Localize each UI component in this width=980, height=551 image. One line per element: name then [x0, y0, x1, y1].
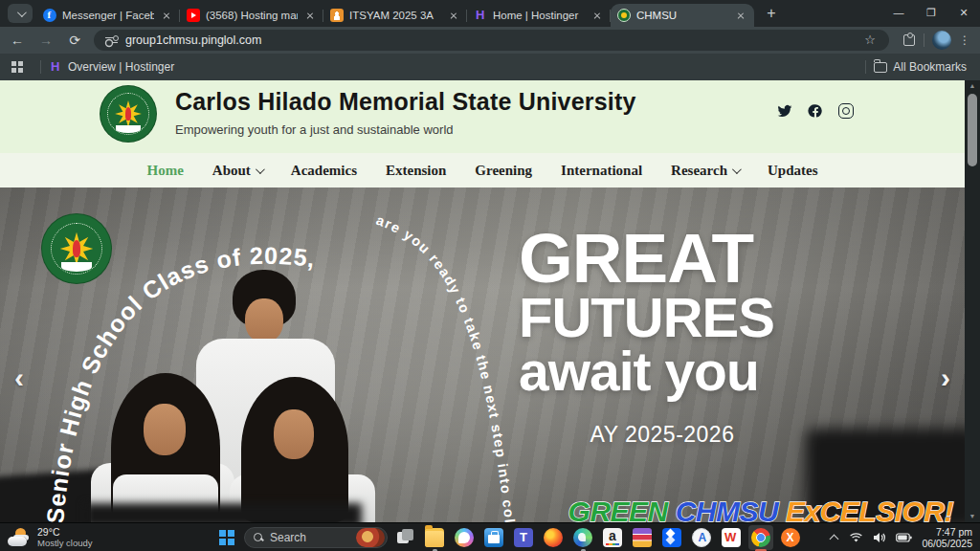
nav-research[interactable]: Research	[671, 163, 739, 179]
scroll-up-icon[interactable]: ▲	[965, 80, 980, 92]
url-input[interactable]	[125, 33, 862, 47]
tab-close-icon[interactable]	[734, 9, 747, 22]
minimize-button[interactable]: —	[882, 0, 915, 25]
site-header: Carlos Hilado Memorial State University …	[0, 80, 965, 153]
firefox-button[interactable]	[541, 525, 566, 550]
tab-hostinger[interactable]: Home | Hostinger	[467, 4, 611, 27]
bookmarks-divider	[865, 60, 866, 74]
taskbar-search-input[interactable]	[270, 531, 356, 544]
site-navigation: Home About Academics Extension Greening …	[0, 153, 965, 187]
carousel-prev-button[interactable]: ‹	[8, 362, 31, 394]
site-settings-icon[interactable]	[105, 35, 118, 46]
tab-chmsu-active[interactable]: CHMSU	[611, 4, 754, 27]
headline-line-3: await you	[519, 345, 806, 397]
classroom-favicon	[330, 9, 344, 22]
winrar-button[interactable]	[630, 525, 655, 550]
file-explorer-button[interactable]	[422, 525, 447, 550]
nav-home[interactable]: Home	[147, 163, 184, 179]
dropbox-icon	[662, 528, 681, 547]
taskbar-clock[interactable]: 7:47 pm 06/05/2025	[922, 526, 972, 549]
nav-about[interactable]: About	[212, 163, 262, 179]
windows-taskbar: 29°C Mostly cloudy	[0, 522, 980, 551]
xampp-button[interactable]	[778, 525, 803, 550]
bookmark-hostinger[interactable]: Overview | Hostinger	[49, 60, 174, 74]
bookmarks-divider	[40, 60, 41, 74]
bookmarks-bar: Overview | Hostinger All Bookmarks	[0, 54, 980, 80]
social-links	[777, 103, 854, 119]
tab-close-icon[interactable]	[447, 9, 460, 22]
dropbox-button[interactable]	[659, 525, 684, 550]
page-scrollbar[interactable]: ▲ ▼	[965, 80, 980, 522]
wps-office-icon	[722, 528, 741, 547]
tab-classroom[interactable]: ITSYAM 2025 3A	[323, 4, 467, 27]
access-button[interactable]	[600, 525, 625, 550]
tab-search-button[interactable]	[8, 4, 33, 23]
twitter-icon[interactable]	[777, 103, 792, 119]
edge-button[interactable]	[570, 525, 595, 550]
bookmark-star-icon[interactable]: ☆	[862, 33, 878, 48]
seal-flame-icon	[125, 107, 132, 121]
tab-title: Home | Hostinger	[493, 10, 585, 21]
instagram-icon[interactable]	[838, 103, 854, 119]
all-bookmarks-button[interactable]: All Bookmarks	[893, 60, 967, 74]
teams-button[interactable]	[511, 525, 536, 550]
clock-date: 06/05/2025	[922, 538, 972, 549]
browser-menu-icon[interactable]: ⋮	[957, 33, 972, 47]
apps-grid-icon[interactable]	[11, 61, 23, 73]
extensions-icon[interactable]	[902, 33, 916, 47]
microsoft-store-button[interactable]	[481, 525, 506, 550]
copilot-icon	[455, 528, 474, 547]
back-button[interactable]: ←	[6, 29, 29, 52]
anydesk-button[interactable]	[689, 525, 714, 550]
tab-messenger[interactable]: Messenger | Facebook	[36, 4, 180, 27]
hero-slogan: GREEN CHMSU ExCELSIOR!	[568, 496, 953, 522]
toolbar-divider	[924, 33, 924, 47]
nav-greening[interactable]: Greening	[475, 163, 532, 179]
hero-carousel: Senior High School Class of 2025, are yo…	[0, 187, 965, 522]
wps-office-button[interactable]	[719, 525, 744, 550]
nav-updates[interactable]: Updates	[768, 163, 818, 179]
tab-title: CHMSU	[636, 10, 728, 21]
university-seal-logo[interactable]	[100, 86, 156, 142]
forward-button[interactable]: →	[34, 29, 57, 52]
start-button[interactable]	[214, 525, 239, 550]
close-window-button[interactable]: ✕	[947, 0, 980, 25]
arc-text-sub: are you ready to take the next step into…	[374, 212, 518, 522]
carousel-next-button[interactable]: ›	[934, 362, 957, 394]
nav-international[interactable]: International	[561, 163, 642, 179]
tab-close-icon[interactable]	[303, 9, 317, 22]
facebook-icon[interactable]	[808, 103, 823, 119]
reload-button[interactable]: ⟳	[63, 29, 86, 52]
chrome-button-active[interactable]	[748, 525, 773, 550]
nav-extension[interactable]: Extension	[386, 163, 446, 179]
volume-icon[interactable]	[873, 532, 886, 543]
copilot-button[interactable]	[452, 525, 477, 550]
wifi-icon[interactable]	[849, 532, 863, 543]
tray-expand-icon[interactable]	[830, 533, 839, 542]
tab-close-icon[interactable]	[160, 9, 173, 22]
weather-widget[interactable]: 29°C Mostly cloudy	[8, 526, 93, 548]
svg-text:are you ready to take the next: are you ready to take the next step into…	[374, 212, 518, 522]
maximize-button[interactable]: ❐	[915, 0, 947, 25]
tab-close-icon[interactable]	[590, 9, 604, 22]
search-highlight-image[interactable]	[356, 528, 385, 547]
scroll-down-icon[interactable]: ▼	[965, 511, 980, 522]
address-bar[interactable]: ☆	[94, 30, 889, 51]
svg-text:Senior High School Class of 20: Senior High School Class of 2025,	[41, 242, 318, 522]
scrollbar-thumb[interactable]	[968, 94, 977, 166]
facebook-favicon	[43, 9, 56, 22]
profile-avatar[interactable]	[932, 31, 951, 50]
xampp-icon	[781, 528, 800, 547]
tab-title: Messenger | Facebook	[62, 10, 154, 21]
headline-line-1: GREAT	[519, 226, 806, 290]
battery-icon[interactable]	[896, 533, 912, 542]
bookmark-label: Overview | Hostinger	[68, 60, 174, 74]
nav-academics[interactable]: Academics	[291, 163, 357, 179]
firefox-icon	[544, 528, 563, 547]
new-tab-button[interactable]: +	[760, 2, 783, 25]
file-explorer-icon	[425, 528, 444, 547]
browser-toolbar: ← → ⟳ ☆ ⋮	[0, 27, 980, 54]
task-view-button[interactable]	[392, 525, 417, 550]
tab-youtube[interactable]: (3568) Hosting management an	[180, 4, 323, 27]
taskbar-search[interactable]	[244, 527, 388, 548]
